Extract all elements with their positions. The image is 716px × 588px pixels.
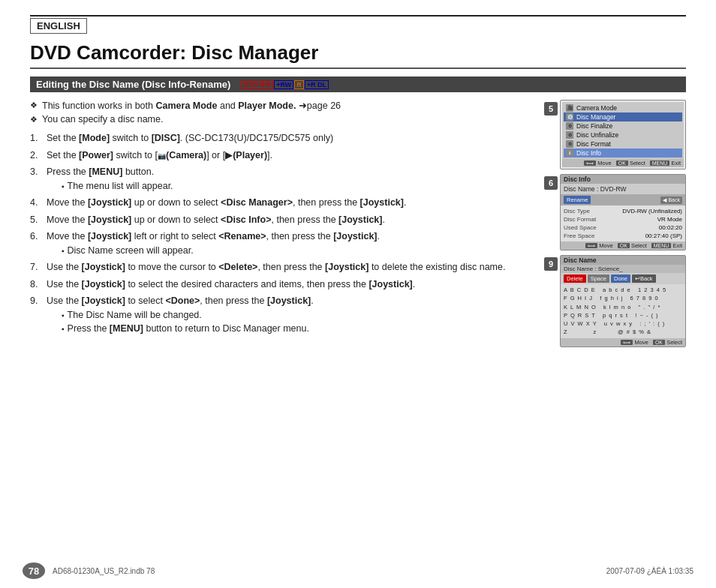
keyboard-row-1: A B C D E a b c d e 1 2 3 4 5	[564, 286, 682, 294]
screen5-footer: ⟺ Move OK Select MENU Exit	[562, 159, 684, 167]
step-9-num: 9.	[30, 295, 44, 308]
step-8: 8. Use the [Joystick] to select the desi…	[30, 278, 536, 292]
menu-item-disc-format-label: Disc Format	[576, 140, 611, 148]
screen9-buttons: Delete Space Done ↩Back	[561, 273, 685, 284]
step-4-num: 4.	[30, 196, 44, 210]
screen9-footer: ⟺ Move OK Select	[561, 338, 685, 346]
step-1: 1. Set the [Mode] switch to [DISC]. (SC-…	[30, 132, 536, 146]
keyboard-area: A B C D E a b c d e 1 2 3 4 5 F G H I J …	[561, 284, 685, 338]
top-rule	[30, 15, 686, 16]
footer-right-text: 2007-07-09 ¿ÀÈÀ 1:03:35	[606, 567, 693, 575]
step-6-sub-icon: ▪	[62, 246, 65, 256]
screen9-header: Disc Name	[561, 256, 685, 265]
plusrdl-icon: +R DL	[305, 80, 329, 89]
screen6-info-table: Disc Type DVD-RW (Unfinalized) Disc Form…	[561, 206, 685, 242]
step-6: 6. Move the [Joystick] left or right to …	[30, 230, 536, 257]
disc-info-icon: ℹ	[566, 149, 573, 157]
screen6-disc-name-label: Disc Name : DVD-RW	[564, 185, 626, 193]
bullet-1-icon: ❖	[30, 100, 38, 110]
screen5-move-ctrl: ⟺ Move	[584, 160, 611, 166]
steps-list: 1. Set the [Mode] switch to [DISC]. (SC-…	[30, 132, 536, 336]
left-content: ❖ This function works in both Camera Mod…	[30, 100, 536, 347]
menu-item-disc-manager: 💿 Disc Manager	[564, 112, 682, 122]
disc-format-value: VR Mode	[657, 216, 682, 223]
screen5-number: 5	[544, 102, 558, 116]
screen6-move-label: Move	[599, 242, 612, 249]
space-btn[interactable]: Space	[588, 274, 609, 283]
screen6-rename-btn[interactable]: Rename	[564, 196, 591, 204]
menu-item-disc-unfinalize: ⚙ Disc Unfinalize	[564, 130, 682, 140]
screen9-number: 9	[544, 257, 558, 271]
content-area: ❖ This function works in both Camera Mod…	[30, 100, 686, 347]
step-5-num: 5.	[30, 214, 44, 227]
info-row-free-space: Free Space 00:27:40 (SP)	[564, 232, 682, 240]
screen5-inner: 🎥 Camera Mode 💿 Disc Manager ⚙ Disc Fina…	[562, 102, 684, 159]
delete-btn[interactable]: Delete	[564, 274, 586, 283]
bullet-2-icon: ❖	[30, 115, 38, 124]
step-6-sub-text: Disc Name screen will appear.	[68, 244, 194, 258]
screen5: 5 🎥 Camera Mode 💿 Disc Manager ⚙ Disc Fi…	[560, 100, 686, 170]
keyboard-row-5: U V W X Y u v w x y : ; ' : ( )	[564, 320, 682, 328]
step-9-sub-2-icon: ▪	[62, 324, 65, 334]
bullet-2-text: You can specify a disc name.	[42, 114, 163, 124]
step-9-sub-2: ▪ Press the [MENU] button to return to D…	[62, 322, 536, 336]
used-space-label: Used Space	[564, 224, 597, 231]
step-9-sub-1: ▪ The Disc Name will be changed.	[62, 309, 536, 322]
screen9-ok-ctrl: OK Select	[653, 339, 682, 346]
step-9-sub-1-icon: ▪	[62, 310, 65, 321]
language-label: ENGLISH	[30, 18, 87, 34]
screen9-move-ctrl: ⟺ Move	[621, 339, 648, 346]
page-footer: 78 AD68-01230A_US_R2.indb 78 2007-07-09 …	[0, 562, 716, 579]
screen6-select-label: Select	[631, 242, 647, 249]
menu-item-disc-info: ℹ Disc Info	[564, 148, 682, 158]
step-3-num: 3.	[30, 166, 44, 179]
menu-item-disc-finalize-label: Disc Finalize	[576, 122, 612, 130]
step-7-num: 7.	[30, 261, 44, 274]
screen9: 9 Disc Name Disc Name : Science_ Delete …	[560, 255, 686, 347]
screen6-footer: ⟺ Move OK Select MENU Exit	[561, 242, 685, 250]
free-space-value: 00:27:40 (SP)	[645, 232, 682, 239]
step-8-num: 8.	[30, 278, 44, 292]
info-row-used-space: Used Space 00:02:20	[564, 224, 682, 232]
screen5-select-label: Select	[630, 160, 645, 166]
step-4: 4. Move the [Joystick] up or down to sel…	[30, 196, 536, 210]
plusrw-icon: +RW	[274, 80, 293, 89]
screen5-move-label: Move	[597, 160, 611, 166]
step-3-sub-icon: ▪	[62, 182, 65, 192]
disc-type-value: DVD-RW (Unfinalized)	[622, 208, 682, 214]
step-3-content: Press the [MENU] button. ▪ The menu list…	[47, 166, 536, 193]
step-6-content: Move the [Joystick] left or right to sel…	[47, 230, 536, 257]
screen6-back-btn[interactable]: ◀ Back	[660, 196, 682, 204]
section-header: Editing the Disc Name (Disc Info-Rename)…	[30, 76, 686, 92]
menu-item-camera-mode: 🎥 Camera Mode	[564, 104, 682, 112]
screen6-header: Disc Info	[561, 175, 685, 184]
screen5-ok-ctrl: OK Select	[616, 160, 645, 166]
step-3: 3. Press the [MENU] button. ▪ The menu l…	[30, 166, 536, 193]
disc-format-icon: ⚙	[566, 140, 573, 148]
right-content: 5 🎥 Camera Mode 💿 Disc Manager ⚙ Disc Fi…	[543, 100, 686, 347]
bullet-1-text: This function works in both Camera Mode …	[42, 100, 341, 111]
dvdrw-icon: DVD-RW	[241, 80, 273, 89]
disc-type-label: Disc Type	[564, 208, 590, 214]
step-2-num: 2.	[30, 149, 44, 163]
disc-format-icons: DVD-RW +RW R +R DL	[241, 80, 329, 89]
step-7-text: Use the [Joystick] to move the cursor to…	[47, 261, 536, 274]
screen6-menu-ctrl: MENU Exit	[651, 242, 682, 249]
back-btn[interactable]: ↩Back	[632, 274, 656, 283]
camera-mode-icon: 🎥	[566, 104, 573, 112]
footer-left-text: AD68-01230A_US_R2.indb 78	[53, 567, 155, 575]
step-2-text: Set the [Power] switch to [📷(Camera)] or…	[47, 149, 536, 163]
step-8-text: Use the [Joystick] to select the desired…	[47, 278, 536, 292]
menu-item-disc-manager-label: Disc Manager	[576, 113, 615, 121]
screen6-number: 6	[544, 176, 558, 190]
step-9-content: Use the [Joystick] to select <Done>, the…	[47, 295, 536, 336]
disc-unfinalize-icon: ⚙	[566, 131, 573, 139]
screen9-move-label: Move	[635, 339, 648, 346]
done-btn[interactable]: Done	[611, 274, 630, 283]
section-header-text: Editing the Disc Name (Disc Info-Rename)	[36, 79, 230, 90]
step-6-num: 6.	[30, 230, 44, 244]
page-title: DVD Camcorder: Disc Manager	[30, 41, 686, 69]
screen9-input-row: Disc Name : Science_	[561, 265, 685, 273]
info-row-disc-type: Disc Type DVD-RW (Unfinalized)	[564, 207, 682, 215]
menu-item-disc-info-label: Disc Info	[576, 149, 601, 157]
